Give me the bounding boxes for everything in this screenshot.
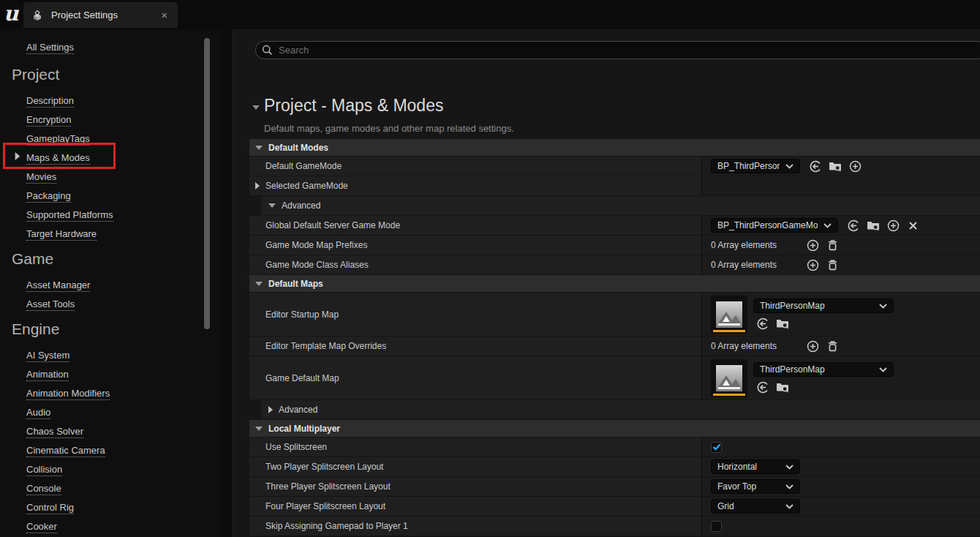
settings-detail-panel: Project - Maps & Modes Default maps, gam… [233, 29, 980, 537]
advanced-group-default-modes: Advanced [249, 196, 980, 216]
row-global-default-server-game-mode: Global Default Server Game Mode BP_Third… [249, 216, 980, 236]
chevron-down-icon [823, 223, 832, 228]
chevron-down-icon [879, 367, 887, 372]
settings-nav-sidebar: All Settings Project Description Encrypt… [0, 29, 219, 537]
all-settings-link[interactable]: All Settings [26, 42, 74, 54]
checkmark-icon [712, 443, 721, 451]
advanced-toggle[interactable]: Advanced [261, 196, 980, 215]
default-gamemode-dropdown[interactable]: BP_ThirdPersonGa [711, 159, 800, 173]
sidebar-item-description[interactable]: Description [26, 94, 113, 113]
sidebar-item-packaging[interactable]: Packaging [26, 189, 113, 208]
advanced-toggle[interactable]: Advanced [261, 400, 980, 419]
map-thumbnail[interactable] [711, 296, 747, 334]
browse-to-asset-icon[interactable] [776, 380, 789, 394]
sidebar-section-engine: Engine [12, 320, 59, 338]
chevron-down-icon [879, 304, 887, 309]
add-new-asset-icon[interactable] [848, 159, 862, 173]
sidebar-item-supported-platforms[interactable]: Supported Platforms [26, 208, 113, 227]
trash-icon[interactable] [826, 239, 839, 252]
browse-to-asset-icon[interactable] [867, 219, 880, 232]
section-collapse-icon[interactable] [252, 105, 260, 110]
chevron-down-icon [785, 465, 794, 470]
search-bar[interactable] [255, 41, 980, 59]
sidebar-section-project: Project [12, 66, 59, 83]
sidebar-item-encryption[interactable]: Encryption [26, 113, 113, 132]
tab-project-settings[interactable]: Project Settings × [23, 2, 178, 28]
add-array-element-icon[interactable] [806, 239, 819, 252]
sidebar-item-chaos-solver[interactable]: Chaos Solver [26, 424, 110, 443]
row-editor-startup-map: Editor Startup Map ThirdPersonMap [249, 293, 980, 337]
section-header-local-multiplayer[interactable]: Local Multiplayer [249, 420, 980, 438]
row-game-mode-map-prefixes: Game Mode Map Prefixes 0 Array elements [249, 236, 980, 255]
row-three-player-splitscreen-layout: Three Player Splitscreen Layout Favor To… [249, 477, 980, 497]
sidebar-item-target-hardware[interactable]: Target Hardware [26, 227, 113, 246]
sidebar-item-collision[interactable]: Collision [26, 462, 110, 481]
project-settings-icon [31, 10, 44, 21]
sidebar-scrollbar[interactable] [204, 38, 210, 329]
clear-icon[interactable] [906, 219, 919, 232]
tab-close-icon[interactable]: × [158, 9, 170, 21]
triangle-right-icon [268, 406, 273, 413]
browse-to-asset-icon[interactable] [829, 159, 842, 173]
sidebar-item-cinematic-camera[interactable]: Cinematic Camera [26, 443, 110, 462]
four-player-layout-dropdown[interactable]: Grid [711, 499, 800, 514]
global-server-gamemode-dropdown[interactable]: BP_ThirdPersonGameMode [711, 218, 838, 233]
search-icon [262, 45, 273, 56]
use-selected-asset-icon[interactable] [756, 380, 769, 394]
trash-icon[interactable] [826, 339, 839, 353]
skip-gamepad-checkbox[interactable] [711, 521, 722, 532]
row-game-default-map: Game Default Map ThirdPersonMap [249, 356, 980, 400]
row-skip-assigning-gamepad: Skip Assigning Gamepad to Player 1 [249, 517, 980, 536]
sidebar-item-asset-manager[interactable]: Asset Manager [26, 278, 90, 297]
sidebar-item-control-rig[interactable]: Control Rig [26, 500, 110, 519]
add-new-asset-icon[interactable] [886, 219, 900, 232]
sidebar-item-maps-and-modes[interactable]: Maps & Modes [26, 151, 113, 170]
page-title: Project - Maps & Modes [264, 96, 443, 116]
chevron-down-icon [785, 164, 794, 169]
section-header-default-modes[interactable]: Default Modes [249, 139, 980, 157]
use-selected-asset-icon[interactable] [756, 317, 769, 330]
asset-type-color-bar [713, 330, 745, 332]
game-default-map-dropdown[interactable]: ThirdPersonMap [753, 362, 894, 377]
add-array-element-icon[interactable] [806, 339, 819, 353]
sidebar-item-audio[interactable]: Audio [26, 405, 110, 424]
use-selected-asset-icon[interactable] [847, 219, 860, 232]
triangle-down-icon [255, 282, 263, 286]
sidebar-item-ai-system[interactable]: AI System [26, 348, 110, 367]
use-selected-asset-icon[interactable] [809, 159, 822, 173]
map-thumbnail[interactable] [711, 359, 747, 397]
expand-arrow-icon[interactable] [255, 182, 260, 189]
row-four-player-splitscreen-layout: Four Player Splitscreen Layout Grid [249, 497, 980, 517]
trash-icon[interactable] [826, 258, 839, 271]
row-use-splitscreen: Use Splitscreen [249, 438, 980, 457]
row-selected-gamemode: Selected GameMode [249, 176, 980, 196]
sidebar-item-gameplaytags[interactable]: GameplayTags [26, 132, 113, 151]
asset-type-color-bar [713, 394, 745, 396]
sidebar-item-cooker[interactable]: Cooker [26, 519, 110, 537]
editor-startup-map-dropdown[interactable]: ThirdPersonMap [753, 298, 894, 313]
sidebar-item-console[interactable]: Console [26, 481, 110, 500]
row-two-player-splitscreen-layout: Two Player Splitscreen Layout Horizontal [249, 457, 980, 477]
sidebar-section-game: Game [12, 250, 53, 268]
two-player-layout-dropdown[interactable]: Horizontal [711, 459, 800, 474]
title-bar: u Project Settings × [0, 0, 980, 29]
section-header-default-maps[interactable]: Default Maps [249, 275, 980, 293]
page-subtitle: Default maps, game modes and other map r… [264, 123, 514, 134]
svg-text:u: u [4, 1, 19, 26]
unreal-engine-logo: u [3, 1, 25, 26]
sidebar-item-animation[interactable]: Animation [26, 367, 110, 386]
sidebar-item-animation-modifiers[interactable]: Animation Modifiers [26, 386, 110, 405]
browse-to-asset-icon[interactable] [776, 317, 789, 330]
sidebar-item-movies[interactable]: Movies [26, 170, 113, 189]
search-input[interactable] [279, 45, 498, 56]
sidebar-item-asset-tools[interactable]: Asset Tools [26, 297, 90, 316]
triangle-down-icon [268, 203, 276, 208]
chevron-down-icon [785, 484, 794, 489]
row-game-mode-class-aliases: Game Mode Class Aliases 0 Array elements [249, 255, 980, 275]
settings-table: Default Modes Default GameMode BP_ThirdP… [249, 139, 980, 536]
selected-item-arrow-icon [15, 152, 20, 160]
add-array-element-icon[interactable] [806, 258, 819, 271]
triangle-down-icon [255, 146, 263, 150]
three-player-layout-dropdown[interactable]: Favor Top [711, 479, 800, 494]
use-splitscreen-checkbox[interactable] [711, 442, 722, 453]
